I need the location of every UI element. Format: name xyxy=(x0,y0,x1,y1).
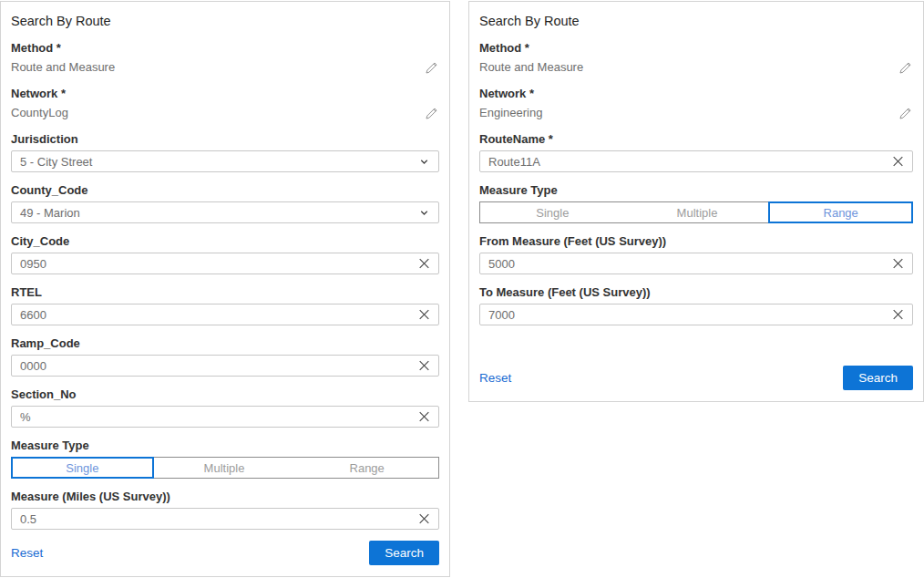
ramp-code-field: Ramp_Code xyxy=(11,336,439,377)
segment-multiple[interactable]: Multiple xyxy=(625,202,770,222)
from-measure-field: From Measure (Feet (US Survey)) xyxy=(479,234,913,274)
network-label: Network * xyxy=(479,87,913,101)
search-button[interactable]: Search xyxy=(843,366,913,390)
measure-type-segmented-control: Single Multiple Range xyxy=(479,201,913,223)
section-no-label: Section_No xyxy=(11,387,439,402)
from-measure-label: From Measure (Feet (US Survey)) xyxy=(479,234,913,249)
method-field: Method * Route and Measure xyxy=(479,41,913,76)
x-icon[interactable] xyxy=(891,308,905,322)
chevron-down-icon xyxy=(418,156,430,168)
method-value: Route and Measure xyxy=(479,59,583,76)
x-icon[interactable] xyxy=(417,359,431,373)
city-code-label: City_Code xyxy=(11,234,439,249)
ramp-code-label: Ramp_Code xyxy=(11,336,439,351)
jurisdiction-field: Jurisdiction 5 - City Street xyxy=(11,132,439,172)
network-value: CountyLog xyxy=(11,105,68,121)
route-name-input[interactable] xyxy=(479,150,913,172)
city-code-input[interactable] xyxy=(11,253,439,274)
jurisdiction-selected-value: 5 - City Street xyxy=(20,155,92,169)
x-icon[interactable] xyxy=(891,257,905,271)
rtel-input[interactable] xyxy=(11,304,439,325)
search-by-route-panel-left: Search By Route Method * Route and Measu… xyxy=(0,1,450,577)
network-label: Network * xyxy=(11,87,439,101)
county-code-label: County_Code xyxy=(11,183,439,198)
network-field: Network * CountyLog xyxy=(11,87,439,121)
measure-type-field: Measure Type Single Multiple Range xyxy=(479,183,913,223)
route-name-field: RouteName * xyxy=(479,132,913,172)
rtel-field: RTEL xyxy=(11,285,439,325)
pencil-icon[interactable] xyxy=(424,106,439,121)
county-code-selected-value: 49 - Marion xyxy=(20,206,80,220)
reset-link[interactable]: Reset xyxy=(11,546,43,560)
pencil-icon[interactable] xyxy=(898,60,913,76)
ramp-code-input[interactable] xyxy=(11,355,439,377)
method-label: Method * xyxy=(479,41,913,56)
route-name-label: RouteName * xyxy=(479,132,913,147)
reset-link[interactable]: Reset xyxy=(479,371,511,385)
section-no-field: Section_No xyxy=(11,387,439,428)
pencil-icon[interactable] xyxy=(898,106,913,121)
county-code-field: County_Code 49 - Marion xyxy=(11,183,439,223)
measure-label: Measure (Miles (US Survey)) xyxy=(11,490,439,504)
measure-type-label: Measure Type xyxy=(11,439,439,453)
measure-type-segmented-control: Single Multiple Range xyxy=(11,457,439,479)
network-value: Engineering xyxy=(479,105,542,121)
page-title: Search By Route xyxy=(11,13,439,29)
method-label: Method * xyxy=(11,41,439,56)
to-measure-label: To Measure (Feet (US Survey)) xyxy=(479,285,913,300)
pencil-icon[interactable] xyxy=(424,60,439,76)
x-icon[interactable] xyxy=(417,410,431,424)
city-code-field: City_Code xyxy=(11,234,439,274)
measure-input[interactable] xyxy=(11,508,439,530)
method-field: Method * Route and Measure xyxy=(11,41,439,76)
county-code-select[interactable]: 49 - Marion xyxy=(11,201,439,223)
measure-field: Measure (Miles (US Survey)) xyxy=(11,490,439,530)
segment-range[interactable]: Range xyxy=(295,458,438,478)
rtel-label: RTEL xyxy=(11,285,439,300)
section-no-input[interactable] xyxy=(11,406,439,428)
page-title: Search By Route xyxy=(479,13,913,29)
search-button[interactable]: Search xyxy=(369,541,439,565)
to-measure-field: To Measure (Feet (US Survey)) xyxy=(479,285,913,325)
measure-type-label: Measure Type xyxy=(479,183,913,198)
from-measure-input[interactable] xyxy=(479,253,913,274)
network-field: Network * Engineering xyxy=(479,87,913,121)
jurisdiction-label: Jurisdiction xyxy=(11,132,439,147)
measure-type-field: Measure Type Single Multiple Range xyxy=(11,439,439,479)
method-value: Route and Measure xyxy=(11,59,115,76)
panel-footer: Reset Search xyxy=(479,366,913,390)
x-icon[interactable] xyxy=(417,308,431,322)
chevron-down-icon xyxy=(418,207,430,219)
x-icon[interactable] xyxy=(891,155,905,169)
search-by-route-panel-right: Search By Route Method * Route and Measu… xyxy=(468,1,924,402)
x-icon[interactable] xyxy=(417,257,431,271)
panel-footer: Reset Search xyxy=(11,541,439,565)
to-measure-input[interactable] xyxy=(479,304,913,325)
x-icon[interactable] xyxy=(417,512,431,526)
segment-single[interactable]: Single xyxy=(11,457,154,479)
segment-multiple[interactable]: Multiple xyxy=(153,458,296,478)
segment-single[interactable]: Single xyxy=(480,202,625,222)
segment-range[interactable]: Range xyxy=(768,201,913,223)
jurisdiction-select[interactable]: 5 - City Street xyxy=(11,150,439,172)
